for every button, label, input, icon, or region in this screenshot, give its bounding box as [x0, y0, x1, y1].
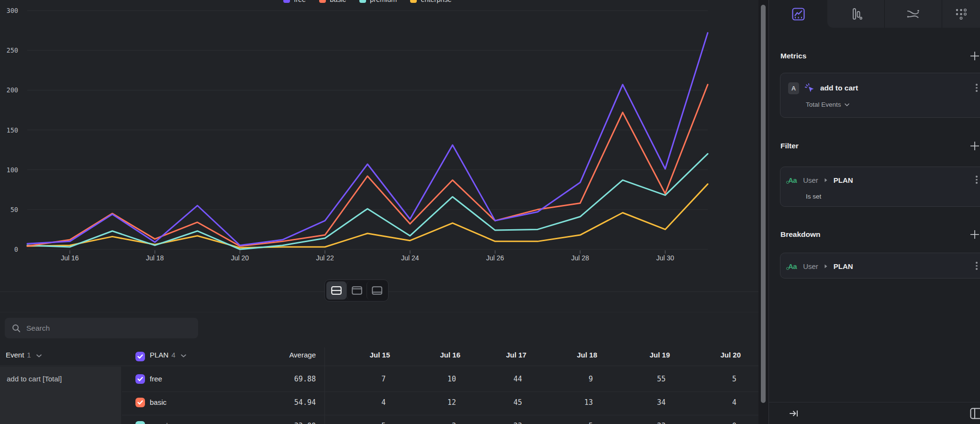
cell-value: 7 [328, 375, 386, 383]
metric-card-menu-button[interactable] [976, 84, 978, 92]
search-icon [12, 324, 21, 333]
cell-value: 12 [399, 398, 456, 407]
chevron-down-icon [845, 103, 849, 106]
grid-dots-icon [955, 8, 967, 20]
cell-value: 4 [679, 398, 736, 407]
cell-value: 44 [465, 375, 522, 383]
row-checkbox-premium[interactable] [135, 421, 145, 424]
y-tick-label: 100 [3, 166, 18, 174]
date-column-header: Jul 17 [469, 351, 526, 359]
add-breakdown-button[interactable] [969, 229, 980, 240]
cell-value: 10 [399, 375, 456, 383]
metrics-section-title: Metrics [780, 52, 806, 60]
main-content-area: free basic premium enterprise 0501001502… [0, 0, 758, 424]
add-filter-button[interactable] [969, 141, 980, 151]
tab-bar-chart[interactable] [827, 0, 884, 28]
cell-value: 55 [608, 375, 666, 383]
header-underline [0, 366, 758, 366]
breakdown-property: PLAN [834, 262, 853, 270]
row-label: basic [150, 398, 167, 406]
panel-layout-button[interactable] [970, 408, 980, 421]
filter-scope: User [803, 176, 818, 184]
breakdown-card[interactable]: Aa User PLAN [780, 253, 980, 279]
average-column-header[interactable]: Average [258, 351, 316, 359]
x-tick-label: Jul 18 [135, 254, 175, 262]
tab-flows[interactable] [884, 0, 942, 28]
y-tick-label: 300 [3, 6, 18, 15]
cell-value: 45 [465, 398, 522, 407]
add-metric-button[interactable] [969, 51, 980, 61]
row-average: 33.00 [258, 422, 316, 424]
plan-select-all-checkbox[interactable] [135, 352, 145, 361]
table-focus-view-button[interactable] [367, 281, 387, 300]
cell-value: 5 [679, 375, 736, 383]
search-placeholder: Search [26, 324, 50, 333]
row-checkbox-basic[interactable] [135, 398, 145, 407]
collapse-panel-button[interactable] [789, 409, 799, 420]
filter-card-menu-button[interactable] [976, 176, 978, 184]
filter-card[interactable]: Aa User PLAN Is set [780, 167, 980, 207]
tab-insights[interactable] [769, 0, 827, 28]
split-view-button[interactable] [326, 281, 346, 300]
cell-value: 4 [328, 398, 386, 407]
x-tick-label: Jul 24 [390, 254, 430, 262]
breakdown-card-menu-button[interactable] [976, 262, 978, 270]
series-line-premium[interactable] [27, 154, 708, 249]
x-tick-label: Jul 16 [50, 254, 90, 262]
breadcrumb-caret-icon [824, 178, 827, 182]
date-column-header: Jul 16 [403, 351, 460, 359]
split-view-icon [331, 286, 342, 295]
check-icon [137, 377, 143, 381]
x-tick-label: Jul 28 [560, 254, 600, 262]
scrollbar-thumb[interactable] [761, 5, 766, 403]
date-column-header: Jul 20 [683, 351, 741, 359]
table-section-divider [0, 312, 758, 312]
aggregation-dropdown[interactable]: Total Events [806, 101, 849, 108]
x-tick-label: Jul 30 [645, 254, 685, 262]
row-label: free [150, 375, 162, 383]
row-average: 69.88 [258, 375, 316, 383]
row-label: premium [150, 422, 178, 424]
search-input[interactable]: Search [5, 318, 198, 338]
x-tick-label: Jul 26 [475, 254, 515, 262]
text-property-icon: Aa [788, 262, 797, 270]
filter-operator[interactable]: Is set [806, 193, 821, 200]
cell-value: 23 [465, 422, 522, 424]
series-line-enterprise[interactable] [27, 184, 708, 248]
date-column-header: Jul 19 [612, 351, 670, 359]
event-column-header[interactable]: Event1 [6, 351, 42, 359]
x-tick-label: Jul 20 [220, 254, 260, 262]
date-column-header: Jul 15 [333, 351, 390, 359]
cell-value: 34 [608, 398, 666, 407]
plan-column-header[interactable]: PLAN4 [150, 351, 186, 359]
cell-value: 3 [399, 422, 456, 424]
row-separator [122, 415, 758, 415]
cell-value: 5 [535, 422, 593, 424]
cell-value: 5 [328, 422, 386, 424]
date-column-header: Jul 18 [540, 351, 597, 359]
line-chart[interactable] [0, 0, 758, 268]
cell-value: 23 [608, 422, 666, 424]
chevron-down-icon [181, 354, 186, 357]
y-tick-label: 150 [3, 126, 18, 134]
series-line-free[interactable] [27, 33, 708, 245]
y-tick-label: 0 [3, 245, 18, 254]
metric-card[interactable]: A add to cart Total Events [780, 73, 980, 118]
tab-more-widgets[interactable] [942, 0, 980, 28]
vertical-scrollbar[interactable] [758, 0, 768, 424]
x-tick-label: Jul 22 [305, 254, 345, 262]
y-tick-label: 250 [3, 46, 18, 55]
collapse-right-icon [789, 409, 799, 418]
row-separator [122, 391, 758, 392]
event-cursor-icon [804, 83, 815, 93]
text-property-icon: Aa [788, 176, 797, 184]
layout-toggle-group [324, 279, 389, 301]
filter-section-title: Filter [780, 142, 799, 150]
check-icon [137, 354, 143, 359]
breadcrumb-caret-icon [824, 264, 827, 268]
column-divider [324, 347, 325, 424]
panel-footer [769, 402, 980, 424]
row-checkbox-free[interactable] [135, 374, 145, 384]
event-name-cell[interactable]: add to cart [Total] [0, 367, 121, 424]
chart-focus-view-button[interactable] [346, 281, 367, 300]
